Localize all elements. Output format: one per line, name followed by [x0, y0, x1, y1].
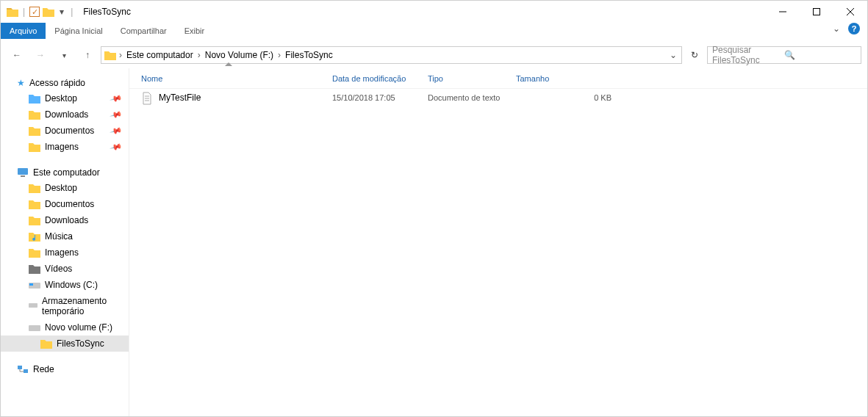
svg-rect-7 [18, 366, 22, 369]
folder-icon [29, 215, 40, 225]
breadcrumb-sep[interactable]: › [198, 50, 201, 60]
sidebar-item-label: Música [45, 231, 73, 242]
sidebar-item-label: Documentos [45, 126, 94, 136]
sidebar-item-desktop-pc[interactable]: Desktop [1, 180, 129, 196]
address-folder-icon [104, 50, 116, 60]
pin-icon: 📌 [110, 108, 123, 121]
network-icon [17, 364, 29, 374]
drive-icon [29, 322, 40, 333]
sidebar-item-label: Imagens [45, 142, 79, 152]
close-button[interactable] [833, 1, 867, 23]
breadcrumb-root[interactable]: Este computador [125, 50, 195, 60]
sidebar-label: Acesso rápido [29, 78, 85, 88]
folder-icon [40, 338, 52, 349]
col-name[interactable]: Nome [141, 74, 332, 83]
minimize-button[interactable] [766, 1, 800, 23]
address-dropdown-icon[interactable]: ⌄ [665, 50, 681, 60]
breadcrumb-sep[interactable]: › [119, 50, 122, 60]
help-icon[interactable]: ? [848, 23, 860, 35]
sidebar-item-label: Armazenamento temporário [42, 296, 124, 316]
music-icon [29, 231, 40, 242]
maximize-button[interactable] [800, 1, 833, 23]
sidebar-item-downloads[interactable]: Downloads 📌 [1, 106, 129, 123]
sidebar-item-downloads-pc[interactable]: Downloads [1, 212, 129, 228]
forward-button[interactable]: → [30, 45, 51, 65]
file-date: 15/10/2018 17:05 [332, 93, 428, 102]
col-size[interactable]: Tamanho [516, 74, 575, 83]
file-size: 0 KB [575, 93, 611, 102]
tab-home[interactable]: Página Inicial [46, 23, 111, 39]
folder-icon [29, 142, 40, 152]
tab-file[interactable]: Arquivo [1, 23, 46, 39]
sidebar-item-music[interactable]: Música [1, 228, 129, 244]
breadcrumb-folder[interactable]: FilesToSync [284, 50, 334, 60]
sidebar-item-temp-storage[interactable]: Armazenamento temporário [1, 293, 129, 319]
tab-share[interactable]: Compartilhar [112, 23, 176, 39]
sidebar-item-label: Novo volume (F:) [45, 322, 112, 333]
column-header-row: Nome Data de modificação Tipo Tamanho [129, 68, 867, 89]
sidebar-item-label: Desktop [45, 183, 77, 193]
sidebar-label: Rede [33, 364, 54, 374]
sidebar-item-label: Downloads [45, 215, 88, 225]
pin-icon: 📌 [110, 140, 123, 153]
separator: | [23, 7, 25, 17]
star-icon: ★ [17, 78, 25, 88]
ribbon: Arquivo Página Inicial Compartilhar Exib… [1, 23, 867, 42]
svg-rect-6 [29, 325, 40, 331]
back-button[interactable]: ← [7, 45, 27, 65]
sidebar-quick-access[interactable]: ★ Acesso rápido [1, 76, 129, 90]
col-date[interactable]: Data de modificação [332, 74, 428, 83]
pin-icon: 📌 [110, 92, 123, 105]
search-icon: 🔍 [784, 50, 856, 60]
svg-rect-4 [29, 283, 33, 286]
breadcrumb-sep[interactable]: › [278, 50, 281, 60]
recent-dropdown[interactable]: ▾ [54, 45, 74, 65]
sidebar-item-images[interactable]: Imagens 📌 [1, 139, 129, 155]
sidebar-item-label: Windows (C:) [45, 280, 98, 290]
file-row[interactable]: MyTestFile 15/10/2018 17:05 Documento de… [129, 89, 867, 106]
sidebar-item-documents-pc[interactable]: Documentos [1, 196, 129, 212]
file-name: MyTestFile [159, 93, 201, 103]
app-folder-icon [7, 7, 18, 17]
address-bar[interactable]: › Este computador › Novo Volume (F:) › F… [101, 46, 682, 64]
sidebar-item-documents[interactable]: Documentos 📌 [1, 123, 129, 139]
textfile-icon [141, 93, 153, 103]
video-icon [29, 264, 40, 274]
drive-icon [29, 280, 40, 290]
svg-rect-8 [24, 369, 28, 373]
breadcrumb-drive[interactable]: Novo Volume (F:) [204, 50, 275, 60]
tab-view[interactable]: Exibir [176, 23, 214, 39]
col-type[interactable]: Tipo [428, 74, 516, 83]
file-type: Documento de texto [428, 93, 516, 102]
search-input[interactable]: Pesquisar FilesToSync 🔍 [707, 46, 861, 64]
sidebar-network[interactable]: Rede [1, 362, 129, 377]
qat-properties-icon[interactable]: ✓ [29, 7, 40, 17]
folder-icon [29, 126, 40, 136]
sidebar-item-videos[interactable]: Vídeos [1, 261, 129, 277]
sidebar-item-label: Imagens [45, 247, 79, 258]
sidebar-item-new-volume[interactable]: Novo volume (F:) [1, 319, 129, 336]
up-button[interactable]: ↑ [77, 45, 98, 65]
sidebar-item-label: Documentos [45, 199, 94, 209]
sidebar-item-desktop[interactable]: Desktop 📌 [1, 90, 129, 106]
sidebar-label: Este computador [33, 167, 100, 178]
sidebar-item-label: FilesToSync [57, 338, 104, 349]
sidebar-item-label: Downloads [45, 109, 88, 120]
svg-rect-0 [814, 9, 820, 15]
sidebar-item-windows-c[interactable]: Windows (C:) [1, 277, 129, 293]
pin-icon: 📌 [110, 124, 123, 137]
qat-dropdown-icon[interactable]: ▾ [57, 7, 66, 17]
separator: | [71, 7, 73, 17]
svg-rect-2 [21, 175, 25, 177]
qat-newfolder-icon[interactable] [43, 7, 54, 17]
folder-icon [29, 247, 40, 258]
refresh-button[interactable]: ↻ [685, 46, 704, 64]
pc-icon [17, 167, 29, 178]
sidebar-item-label: Vídeos [45, 264, 72, 274]
sidebar-item-images-pc[interactable]: Imagens [1, 244, 129, 261]
ribbon-expand-icon[interactable]: ⌄ [832, 23, 841, 34]
folder-icon [29, 183, 40, 193]
sidebar-this-pc[interactable]: Este computador [1, 165, 129, 180]
sidebar-item-filestosync[interactable]: FilesToSync [1, 336, 129, 352]
svg-rect-5 [29, 303, 37, 308]
